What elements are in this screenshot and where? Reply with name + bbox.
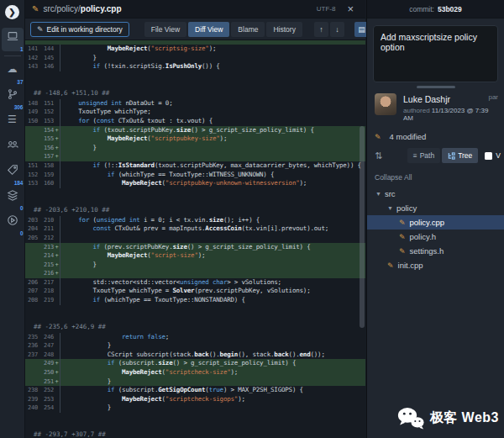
tree-item-policy-cpp[interactable]: ✎policy.cpp [367,215,504,230]
left-sidebar: ❯ 1 ☁ 37 306 ☰ 184 0 0 [0,0,25,438]
prev-hunk-button[interactable]: ↑ [314,22,328,37]
diff-row-added: 250+ MaybeReject("scriptcheck-size"); [25,368,365,377]
gitkraken-diff-window: ❯ 1 ☁ 37 306 ☰ 184 0 0 [0,0,504,438]
diff-row-context: 152159 if (whichType == TxoutType::WITNE… [25,171,365,180]
diff-row-context: 203210 for (unsigned int i = 0; i < tx.v… [25,216,365,225]
diff-row-added: 157+ [25,152,365,161]
badge-count: 184 [14,180,24,186]
caret-down-icon: ▼ [375,191,381,197]
file-list-controls: ⇅ ≡ Path Tree V [375,148,501,163]
modified-pencil-icon: ✎ [399,247,406,256]
commit-header: commit: 53b029 [367,0,504,18]
diff-row-context: 239253 MaybeReject("scriptcheck-sigops")… [25,395,365,404]
avatar [375,93,396,115]
badge-count: 0 [20,230,24,236]
team-icon [7,139,18,150]
tree-item-policy-h[interactable]: ✎policy.h [367,230,504,244]
diff-row-context: 207218 TxoutType whichType = Solver(prev… [25,287,365,296]
diff-scrollbar[interactable] [360,126,365,328]
modified-count: ✎ 4 modified [375,132,496,141]
modified-pencil-icon: ✎ [32,4,39,13]
caret-down-icon: ▼ [387,205,393,211]
commit-message-box[interactable]: Add maxscriptsize policy option [373,25,498,82]
badge-count: 0 [20,205,24,211]
sidebar-item-commits[interactable]: 1 [2,28,24,51]
diff-row-added: 154+ if (txout.scriptPubKey.size() > g_s… [25,126,365,135]
watermark: 极客 Web3 [397,407,499,430]
tree-view-button[interactable]: Tree [442,148,478,163]
list-icon: ≡ [413,151,417,160]
badge-count: 37 [17,79,23,85]
edit-in-working-directory-button[interactable]: ✎ Edit in working directory [30,22,129,37]
sidebar-item-list[interactable]: ☰ [2,111,24,135]
sort-icon[interactable]: ⇅ [375,150,382,161]
diff-row-context: 205212 [25,234,365,243]
badge-count: 1 [20,46,24,52]
diff-row-context: 141144 MaybeReject("scriptsig-size"); [25,45,365,54]
sidebar-item-tags[interactable]: 184 [2,161,24,185]
sidebar-item-graph[interactable]: 306 [2,86,24,109]
tree-item-label: settings.h [410,246,444,256]
diff-gap [25,305,365,321]
pencil-icon: ✎ [37,25,44,34]
sidebar-item-cloud[interactable]: ☁ 37 [2,61,24,84]
diff-row-context: 148151 unsigned int nDataOut = 0; [25,99,365,108]
diff-row-context: 143146 if (!txin.scriptSig.IsPushOnly())… [25,62,365,71]
commit-hash: 53b029 [438,5,462,13]
view-checkbox[interactable] [485,152,492,160]
diff-toolbar: ✎ Edit in working directory File View Di… [25,18,365,40]
diff-row-added: 251+ } [25,377,365,387]
commit-panel: commit: 53b029 Add maxscriptsize policy … [366,0,504,438]
tree-item-label: policy.h [410,232,437,241]
modified-pencil-icon: ✎ [387,261,394,270]
diff-row-context: 237248 CScript subscript(stack.back().be… [25,351,365,360]
graph-icon [7,88,18,100]
sidebar-item-team[interactable] [2,136,24,160]
play-circle-icon [7,214,18,226]
path-view-button[interactable]: ≡ Path [407,148,440,163]
message-resize-handle[interactable] [417,86,455,88]
sidebar-item-run[interactable]: 0 [2,212,24,235]
tab-diff-view[interactable]: Diff View [188,22,229,37]
diff-row-context: 151158 if (!::IsStandard(txout.scriptPub… [25,161,365,171]
diff-row-context: 240254 } [25,404,365,413]
tree-item-label: init.cpp [398,261,423,270]
collapse-all-link[interactable]: Collapse All [375,173,496,182]
sidebar-item-stash[interactable]: 0 [2,187,24,210]
tree-item-policy[interactable]: ▼policy [367,201,504,215]
wechat-icon [397,407,424,430]
list-icon: ☰ [8,113,17,125]
author-name: Luke Dashjr [403,94,496,104]
tree-item-label: src [385,189,396,198]
diff-row-added: 216+ [25,269,365,278]
hunk-header: ## -293,7 +307,7 ## [25,429,365,438]
diff-row-context: 149152 TxoutType whichType; [25,108,365,117]
expand-sidebar-button[interactable]: ❯ [5,5,19,19]
view-switcher: File View Diff View Blame History [144,22,302,37]
tree-item-src[interactable]: ▼src [367,187,504,201]
tab-file-view[interactable]: File View [144,22,186,37]
diff-row-added: 213+ if (prev.scriptPubKey.size() > g_sc… [25,243,365,252]
diff-row-added: 214+ MaybeReject("script-size"); [25,251,365,261]
author-block: Luke Dashjr authored 11/13/2023 @ 7:39 A… [375,93,496,122]
encoding-label: UTF-8 [317,5,336,13]
tree-item-settings-h[interactable]: ✎settings.h [367,244,504,258]
diff-row-added: 155+ MaybeReject("scriptpubkey-size"); [25,135,365,144]
tree-item-init-cpp[interactable]: ✎init.cpp [367,258,504,272]
watermark-text: 极客 Web3 [430,409,499,427]
diff-row-added: 156+ } [25,144,365,153]
parent-label: par [488,93,498,101]
tree-item-label: policy [396,203,417,213]
hunk-header: ## -148,6 +151,10 ## [25,87,365,99]
tab-blame[interactable]: Blame [231,22,265,37]
diff-row-context: 204211 const CTxOut& prev = mapInputs.Ac… [25,224,365,234]
file-header-bar: ✎ src/policy/policy.cpp UTF-8 × [25,0,365,18]
next-hunk-button[interactable]: ↓ [330,22,344,37]
pencil-icon: ✎ [375,133,381,141]
commit-label: commit: [409,5,434,13]
tab-history[interactable]: History [266,22,302,37]
close-icon[interactable]: × [347,4,354,14]
hunk-header: ## -203,6 +210,10 ## [25,204,365,216]
diff-row-context: 142145 } [25,54,365,63]
diff-row-context: 208219 if (whichType == TxoutType::NONST… [25,296,365,305]
